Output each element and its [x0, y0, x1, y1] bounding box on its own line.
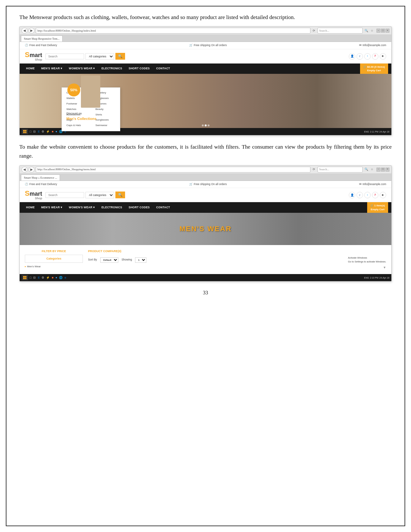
- dropdown-sunglasses-2[interactable]: Sunglasses: [95, 117, 115, 123]
- youtube-icon[interactable]: ▶: [380, 53, 386, 60]
- carousel-dot-2[interactable]: [205, 124, 207, 126]
- top-info-bar-2: 🕐 Free and Fast Delivery 🛒 Free shipping…: [20, 181, 391, 188]
- taskbar-icon-2d[interactable]: ⚙: [41, 275, 44, 280]
- nav-home-1[interactable]: HOME: [23, 64, 38, 73]
- taskbar-icon-2i[interactable]: e: [64, 275, 66, 280]
- search-input-2[interactable]: [45, 192, 84, 198]
- taskbar-icon-5[interactable]: ⚡: [46, 129, 50, 134]
- dropdown-swimwear[interactable]: Swimwear: [95, 123, 115, 128]
- sort-select[interactable]: Default: [100, 257, 118, 263]
- product-compare[interactable]: PRODUCT COMPARE(0): [88, 249, 386, 253]
- close-button[interactable]: ×: [386, 29, 389, 33]
- email-icon-2: ✉: [359, 182, 362, 187]
- nav-contact-1[interactable]: CONTACT: [153, 64, 173, 73]
- browser-search-bar-2[interactable]: Search...: [318, 167, 363, 172]
- taskbar-time-1: 2:11 PM: [370, 130, 378, 133]
- search-button-1[interactable]: 🔍: [115, 53, 125, 60]
- forward-button-2[interactable]: ▶: [29, 167, 34, 172]
- pinterest-icon[interactable]: P: [372, 53, 378, 60]
- back-button-2[interactable]: ◀: [22, 167, 27, 172]
- tab-1[interactable]: Smart Shop Responsive Tem...: [21, 35, 63, 42]
- carousel-dot-1[interactable]: [202, 124, 204, 126]
- close-button-2[interactable]: ×: [386, 168, 389, 172]
- start-button-1[interactable]: [22, 129, 28, 134]
- screenshot-2: ◀ ▶ http://localhost:8080/Online_Shoppin…: [19, 165, 392, 282]
- browser-search-bar-1[interactable]: Search...: [318, 28, 363, 34]
- nav-home-2[interactable]: HOME: [23, 203, 38, 212]
- search-input-1[interactable]: [45, 54, 84, 59]
- scroll-down-icon[interactable]: ▼: [383, 265, 386, 270]
- star-icon-2[interactable]: ☆: [370, 167, 374, 172]
- tab-2[interactable]: Smart Shop » Ecommerce ...: [21, 174, 60, 181]
- refresh-icon-2[interactable]: ⟳: [312, 167, 316, 172]
- taskbar-icon-4[interactable]: ⚙: [41, 129, 44, 134]
- shop-logo-2[interactable]: Smart Shop: [25, 190, 42, 200]
- taskbar-icon-2h[interactable]: 🌐: [59, 275, 63, 280]
- cart-button-2[interactable]: 🛒 1 item(s) Empty Cart: [367, 202, 388, 212]
- taskbar-icon-2a[interactable]: □: [29, 275, 32, 280]
- start-button-2[interactable]: [22, 275, 28, 280]
- taskbar-icon-3[interactable]: E: [37, 129, 40, 134]
- search-container-2: All categories 🔍: [45, 192, 346, 198]
- taskbar-icon-6[interactable]: ■: [51, 129, 54, 134]
- minimize-button[interactable]: −: [377, 29, 380, 33]
- nav-womenswear-2[interactable]: WOMEN'S WEAR: [66, 203, 98, 212]
- shipping-info: 🛒 Free shipping On all orders: [189, 43, 227, 48]
- carousel-dots-1: [202, 124, 210, 126]
- nav-electronics-2[interactable]: ELECTRONICS: [98, 203, 125, 212]
- nav-contact-2[interactable]: CONTACT: [153, 203, 173, 212]
- taskbar-icon-7[interactable]: ●: [55, 129, 57, 134]
- dropdown-shirts[interactable]: Shirts: [95, 112, 115, 118]
- taskbar-icon-2b[interactable]: ⊟: [33, 275, 36, 280]
- nav-shortcodes-2[interactable]: SHORT CODES: [125, 203, 153, 212]
- shop-logo-1[interactable]: Smart Shop: [25, 51, 42, 61]
- nav-electronics-1[interactable]: ELECTRONICS: [98, 64, 125, 73]
- cart-icon-small: 🛒: [189, 43, 193, 48]
- star-icon[interactable]: ☆: [370, 28, 374, 33]
- showing-select[interactable]: 1: [135, 257, 146, 263]
- address-bar-2[interactable]: http://localhost:8080/Online_Shopping/me…: [36, 167, 310, 172]
- facebook-icon[interactable]: f: [357, 53, 363, 60]
- pinterest-icon-2[interactable]: P: [372, 192, 378, 198]
- user-icon[interactable]: 👤: [349, 53, 355, 60]
- dropdown-caps[interactable]: Caps & Hats: [66, 123, 86, 128]
- taskbar-icon-2f[interactable]: ■: [51, 275, 54, 280]
- nav-menswear-2[interactable]: MEN'S WEAR: [38, 203, 66, 212]
- carousel-dot-3[interactable]: [208, 124, 210, 126]
- cart-icon-small-2: 🛒: [189, 182, 193, 187]
- filter-categories[interactable]: Categories: [25, 255, 83, 262]
- back-button[interactable]: ◀: [22, 28, 27, 34]
- taskbar-icon-1[interactable]: □: [29, 129, 32, 134]
- delivery-info-2: 🕐 Free and Fast Delivery: [25, 182, 57, 187]
- filter-menswear-item[interactable]: ▸ Men's Wear: [25, 264, 83, 270]
- youtube-icon-2[interactable]: ▶: [380, 192, 386, 198]
- facebook-icon-2[interactable]: f: [357, 192, 363, 198]
- refresh-icon[interactable]: ⟳: [312, 28, 316, 33]
- hero-container-1: Clothing Wallets Footwear Watches Access…: [20, 74, 391, 128]
- taskbar-icon-2e[interactable]: ⚡: [46, 275, 50, 280]
- page-content: The Menswear products such as clothing, …: [19, 13, 392, 297]
- taskbar-icon-2g[interactable]: ●: [55, 275, 57, 280]
- category-select-1[interactable]: All categories: [85, 53, 114, 60]
- nav-bar-1: HOME MEN'S WEAR WOMEN'S WEAR ELECTRONICS…: [20, 64, 391, 74]
- address-bar-1[interactable]: http://localhost:8080/Online_Shopping/in…: [36, 28, 310, 34]
- forward-button[interactable]: ▶: [29, 28, 34, 34]
- minimize-button-2[interactable]: −: [377, 168, 380, 172]
- email-icon: ✉: [359, 43, 362, 48]
- nav-shortcodes-1[interactable]: SHORT CODES: [125, 64, 153, 73]
- shop-header-1: Smart Shop All categories 🔍 👤 f t P ▶: [20, 49, 391, 64]
- nav-womenswear-1[interactable]: WOMEN'S WEAR: [66, 64, 98, 73]
- nav-menswear-1[interactable]: MEN'S WEAR: [38, 64, 66, 73]
- twitter-icon-2[interactable]: t: [364, 192, 371, 198]
- user-icon-2[interactable]: 👤: [349, 192, 355, 198]
- cart-button-1[interactable]: 🛒 $0.00 (0 items) Empty Cart: [360, 64, 388, 74]
- category-select-2[interactable]: All categories: [85, 192, 114, 198]
- search-button-2[interactable]: 🔍: [115, 192, 125, 198]
- taskbar-icon-2c[interactable]: E: [37, 275, 40, 280]
- mens-wear-hero: MEN'S WEAR: [20, 213, 391, 245]
- twitter-icon[interactable]: t: [364, 53, 371, 60]
- maximize-button-2[interactable]: □: [381, 168, 385, 172]
- taskbar-icon-2[interactable]: ⊟: [33, 129, 36, 134]
- scroll-indicator: ▼: [88, 265, 386, 270]
- maximize-button[interactable]: □: [381, 29, 385, 33]
